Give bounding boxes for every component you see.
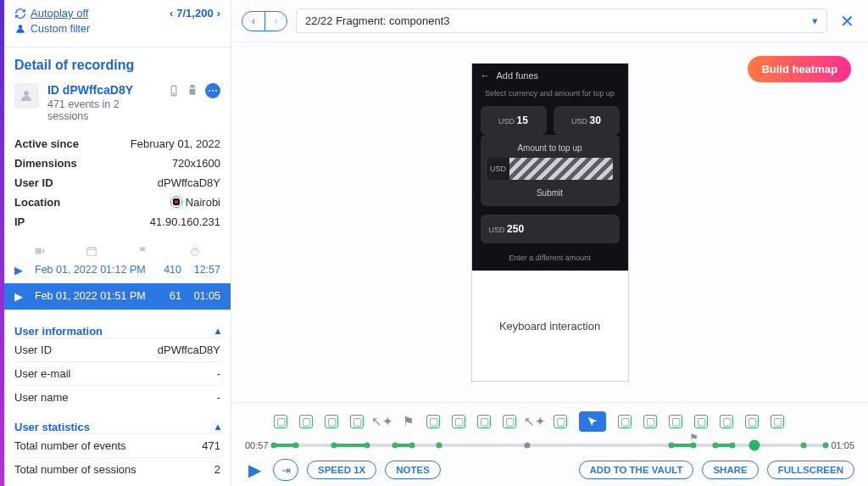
autoplay-toggle[interactable]: Autoplay off <box>14 7 88 20</box>
device-preview: ← Add funes Select currency and amount f… <box>471 63 629 382</box>
user-stats-title: User statistics <box>14 421 90 433</box>
amount-chip: USD 15 <box>481 106 547 135</box>
fullscreen-button[interactable]: FULLSCREEN <box>767 461 854 479</box>
person-icon <box>19 88 34 103</box>
fragment-select[interactable]: 22/22 Fragment: component3 ▾ <box>296 8 827 33</box>
svg-point-0 <box>24 91 29 96</box>
timeline-scrubber[interactable]: ⚑ <box>274 444 826 447</box>
svg-point-2 <box>173 93 174 94</box>
svg-point-4 <box>193 87 194 87</box>
play-icon: ▶ <box>14 290 30 303</box>
flag-icon <box>137 245 149 257</box>
topup-modal: Amount to top up USD Submit <box>481 135 620 206</box>
notes-button[interactable]: NOTES <box>385 461 441 479</box>
meta-list: Active sinceFebruary 01, 2022 Dimensions… <box>4 131 231 240</box>
speed-button[interactable]: SPEED 1X <box>307 461 376 479</box>
screen-title: Add funes <box>497 70 539 81</box>
user-info-toggle[interactable]: User information ▴ <box>14 325 220 338</box>
calendar-icon <box>86 245 97 257</box>
people-icon <box>14 23 26 35</box>
amount-chip: USD 250 <box>481 215 620 243</box>
custom-filter-label: Custom filter <box>31 23 90 35</box>
timeline-end: 01:05 <box>831 440 854 450</box>
more-menu-button[interactable]: ⋯ <box>205 83 220 98</box>
avatar <box>14 83 39 109</box>
add-to-vault-button[interactable]: ADD TO THE VAULT <box>579 461 694 479</box>
chevron-left-icon: ‹ <box>170 7 173 20</box>
detail-title: Detail of recording <box>4 47 231 78</box>
video-icon <box>34 245 46 257</box>
masked-input <box>509 158 613 180</box>
event-marker-icon[interactable]: ▢ <box>694 415 708 428</box>
session-row[interactable]: ▶ Feb 01, 2022 01:12 PM 410 12:57 <box>4 257 231 283</box>
phone-icon <box>168 85 180 97</box>
active-event-marker[interactable] <box>579 411 606 432</box>
kenya-flag-icon <box>170 196 182 208</box>
different-amount-link: Enter a different amount <box>481 254 620 262</box>
share-button[interactable]: SHARE <box>702 461 758 479</box>
user-stats-toggle[interactable]: User statistics ▴ <box>14 421 220 433</box>
event-cursor-icon[interactable]: ↖✦ <box>528 415 542 428</box>
fragment-label: 22/22 Fragment: component3 <box>305 14 450 27</box>
close-button[interactable]: ✕ <box>836 10 858 32</box>
android-icon <box>186 85 198 97</box>
event-marker-icon[interactable]: ▢ <box>669 415 682 428</box>
chevron-right-icon: › <box>217 7 220 20</box>
timeline-start: 00:57 <box>245 440 269 450</box>
recording-subtitle: 471 events in 2 sessions <box>47 98 159 122</box>
event-marker-icon[interactable]: ▢ <box>745 415 759 428</box>
build-heatmap-button[interactable]: Build heatmap <box>748 56 851 82</box>
recording-id: ID dPWffcaD8Y <box>47 83 159 97</box>
event-marker-icon[interactable]: ▢ <box>426 415 440 428</box>
timeline-flag-icon: ⚑ <box>689 432 698 444</box>
event-marker-icon[interactable]: ▢ <box>720 415 733 428</box>
event-marker-icon[interactable]: ▢ <box>643 415 657 428</box>
event-track: ▢ ▢ ▢ ▢ ↖✦ ⚑ ▢ ▢ ▢ ▢ ↖✦ ▢ ▢ ▢ ▢ ▢ ▢ ▢ ▢ <box>242 408 858 435</box>
skip-button[interactable]: ⇥ <box>273 459 298 481</box>
event-marker-icon[interactable]: ▢ <box>299 415 313 428</box>
session-columns <box>4 243 231 257</box>
record-pager[interactable]: ‹ 7/1,200 › <box>170 7 220 20</box>
submit-label: Submit <box>487 188 613 198</box>
chevron-up-icon: ▴ <box>215 421 220 433</box>
timeline-knob[interactable] <box>748 440 760 451</box>
event-marker-icon[interactable]: ▢ <box>452 415 465 428</box>
play-button[interactable]: ▶ <box>245 460 264 480</box>
keyboard-placeholder: Keyboard interaction <box>472 271 628 381</box>
prev-fragment-button[interactable]: ‹ <box>242 12 264 31</box>
session-row[interactable]: ▶ Feb 01, 2022 01:51 PM 61 01:05 <box>4 283 231 310</box>
event-cursor-icon[interactable]: ↖✦ <box>376 415 389 428</box>
pager-text: 7/1,200 <box>176 7 213 20</box>
svg-rect-5 <box>87 247 97 254</box>
event-marker-icon[interactable]: ▢ <box>618 415 632 428</box>
event-marker-icon[interactable]: ▢ <box>503 415 516 428</box>
event-marker-icon[interactable]: ▢ <box>325 415 338 428</box>
play-icon: ▶ <box>14 264 30 277</box>
svg-point-3 <box>191 87 192 87</box>
fragment-nav[interactable]: ‹ › <box>242 11 287 31</box>
screen-subtitle: Select currency and amount for top up <box>481 89 620 98</box>
currency-badge: USD <box>487 158 509 180</box>
autorenew-icon <box>14 8 26 20</box>
stopwatch-icon <box>189 245 201 257</box>
amount-chip: USD 30 <box>554 106 620 135</box>
event-marker-icon[interactable]: ▢ <box>477 415 491 428</box>
back-arrow-icon: ← <box>481 70 490 81</box>
flag-marker-icon[interactable]: ⚑ <box>401 415 415 428</box>
autoplay-label: Autoplay off <box>31 7 88 20</box>
event-marker-icon[interactable]: ▢ <box>350 415 364 428</box>
custom-filter-link[interactable]: Custom filter <box>14 23 90 35</box>
chevron-down-icon: ▾ <box>812 14 818 27</box>
next-fragment-button[interactable]: › <box>264 12 287 31</box>
modal-title: Amount to top up <box>487 143 613 153</box>
chevron-up-icon: ▴ <box>215 325 220 337</box>
event-marker-icon[interactable]: ▢ <box>554 415 567 428</box>
user-info-title: User information <box>14 325 103 338</box>
event-marker-icon[interactable]: ▢ <box>771 415 784 428</box>
event-marker-icon[interactable]: ▢ <box>274 415 287 428</box>
